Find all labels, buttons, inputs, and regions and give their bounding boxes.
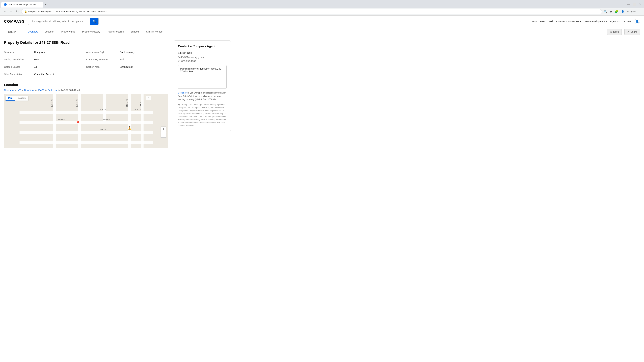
breadcrumb-sep-1: ▶ (15, 89, 16, 91)
pre-qual-link[interactable]: Click here (178, 91, 188, 94)
svg-text:1st St: 1st St (139, 102, 142, 107)
breadcrumb-new-york[interactable]: New York (24, 89, 34, 91)
breadcrumb-sep-4: ▶ (45, 89, 47, 91)
tab-property-history[interactable]: Property History (79, 27, 104, 36)
share-button[interactable]: ↗ Share (624, 29, 640, 35)
tab-location[interactable]: Location (42, 27, 58, 36)
svg-text:249th St: 249th St (76, 99, 78, 107)
nav-new-development[interactable]: New Development ▾ (584, 20, 607, 23)
tab-public-records[interactable]: Public Records (104, 27, 127, 36)
pre-qual-text: Click here if you want pre-qualification… (178, 91, 226, 101)
detail-label-offer: Offer Presentation (4, 71, 34, 78)
nav-buy[interactable]: Buy (532, 20, 537, 23)
breadcrumb-sep-2: ▶ (22, 89, 23, 91)
detail-value-zoning: R3A (34, 56, 86, 63)
detail-label-township: Township (4, 49, 34, 55)
agents-dropdown-arrow: ▾ (618, 20, 620, 23)
svg-rect-0 (20, 111, 153, 114)
agent-contact-section: Contact a Compass Agent Lauren Deli 9ad5… (174, 40, 231, 148)
address-bar[interactable]: 🔒 compass.com/listing/249-27-88th-road-b… (21, 9, 602, 14)
map-tab-satellite[interactable]: Satellite (15, 96, 28, 100)
agent-email: 9ad5c571@moodjoy.com (178, 56, 226, 58)
map-svg: 87th Dr 87th Dr 88th Rd 88th Rd 88th Dr … (4, 94, 168, 148)
forward-button[interactable]: → (8, 9, 14, 14)
property-details-grid: Township Hempstead Zoning Description R3… (4, 49, 168, 78)
compass-logo[interactable]: COMPASS (4, 19, 25, 24)
tab-schools[interactable]: Schools (127, 27, 143, 36)
disclaimer-text: By clicking "send message", you expressl… (178, 103, 226, 127)
detail-label-zoning: Zoning Description (4, 56, 34, 63)
detail-column-right: Architectural Style Contemporary Communi… (86, 49, 168, 70)
detail-value-community: Park (120, 56, 168, 63)
search-icon[interactable]: 🔍 (603, 9, 608, 14)
close-button[interactable]: ✕ (639, 3, 641, 6)
svg-text:88th Rd: 88th Rd (103, 118, 110, 121)
tab-similar-homes[interactable]: Similar Homes (143, 27, 166, 36)
map-tab-map[interactable]: Map (6, 96, 15, 100)
maximize-button[interactable]: ⬜ (632, 3, 636, 6)
nav-compass-exclusives[interactable]: Compass Exclusives ▾ (556, 20, 581, 23)
header-search-button[interactable]: 🔍 (90, 18, 98, 25)
detail-label-section: Section Area (86, 63, 120, 70)
map-container[interactable]: 87th Dr 87th Dr 88th Rd 88th Rd 88th Dr … (4, 94, 168, 148)
tab-close-button[interactable]: ✕ (38, 3, 40, 6)
svg-rect-3 (20, 141, 153, 144)
browser-tab[interactable]: C 249-27 88th Road | Compass ✕ (1, 2, 43, 7)
sub-nav-items: Overview Location Property Info Property… (24, 27, 166, 36)
main-content: Property Details for 249-27 88th Road To… (0, 36, 235, 152)
map-zoom-out-button[interactable]: − (161, 132, 166, 138)
svg-text:249th St: 249th St (51, 99, 53, 107)
map-tabs-container: Map Satellite (6, 96, 28, 100)
svg-text:87th Dr: 87th Dr (100, 108, 106, 111)
map-zoom-in-button[interactable]: + (161, 126, 166, 132)
breadcrumb-bellerose[interactable]: Bellerose (48, 89, 58, 91)
bookmark-icon[interactable]: ★ (609, 9, 613, 14)
location-section: Location Compass ▶ NY ▶ New York ▶ 11426… (4, 83, 168, 148)
reload-button[interactable]: ↻ (15, 9, 20, 14)
goto-button[interactable]: Go To ▾ (623, 20, 631, 23)
incognito-icon: Incognito (626, 10, 636, 13)
svg-text:⤡: ⤡ (148, 97, 150, 99)
svg-rect-6 (103, 94, 106, 121)
breadcrumb-compass[interactable]: Compass (4, 89, 14, 91)
back-to-search-button[interactable]: ← Search (4, 27, 20, 36)
breadcrumb: Compass ▶ NY ▶ New York ▶ 11426 ▶ Beller… (4, 89, 168, 91)
compass-header: COMPASS 🔍 Buy Rent Sell Compass Exclusiv… (0, 15, 644, 27)
save-button[interactable]: ☆ Save (607, 29, 622, 35)
back-arrow-icon: ← (4, 30, 7, 33)
new-tab-button[interactable]: + (44, 1, 48, 8)
sub-nav-actions: ☆ Save ↗ Share (607, 29, 640, 35)
svg-rect-2 (20, 131, 153, 134)
detail-label-community: Community Features (86, 56, 120, 63)
back-button[interactable]: ← (2, 9, 8, 14)
nav-rent[interactable]: Rent (540, 20, 546, 23)
nav-sell[interactable]: Sell (549, 20, 553, 23)
header-search[interactable]: 🔍 (28, 18, 98, 25)
profile-icon[interactable]: 👤 (620, 9, 625, 14)
breadcrumb-11426[interactable]: 11426 (38, 89, 44, 91)
agent-name: Lauren Deli (178, 51, 226, 54)
tab-favicon: C (4, 3, 7, 6)
svg-text:253rd St: 253rd St (126, 99, 128, 107)
breadcrumb-current-address: 249-27 88th Road (61, 89, 80, 91)
sub-nav: ← Search Overview Location Property Info… (0, 27, 644, 36)
window-controls: — ⬜ ✕ (626, 1, 643, 8)
user-account-icon[interactable]: 👤 (634, 19, 640, 24)
url-text: compass.com/listing/249-27-88th-road-bel… (28, 10, 599, 13)
header-search-input[interactable] (28, 18, 90, 24)
tab-property-info[interactable]: Property Info (58, 27, 79, 36)
nav-agents[interactable]: Agents ▾ (610, 20, 620, 23)
detail-value-township: Hempstead (34, 49, 86, 55)
message-textarea[interactable]: I would like more information about 249-… (178, 65, 226, 89)
extensions-icon[interactable]: 🧩 (614, 9, 619, 14)
breadcrumb-sep-5: ▶ (58, 89, 60, 91)
save-star-icon: ☆ (610, 30, 612, 33)
menu-icon[interactable]: ⋮ (638, 9, 642, 14)
minimize-button[interactable]: — (627, 3, 630, 6)
svg-text:📍: 📍 (75, 120, 81, 126)
location-title: Location (4, 83, 168, 87)
svg-text:🧍: 🧍 (126, 126, 132, 131)
tab-overview[interactable]: Overview (24, 27, 42, 36)
breadcrumb-ny[interactable]: NY (18, 89, 21, 91)
new-development-dropdown-arrow: ▾ (606, 20, 607, 23)
